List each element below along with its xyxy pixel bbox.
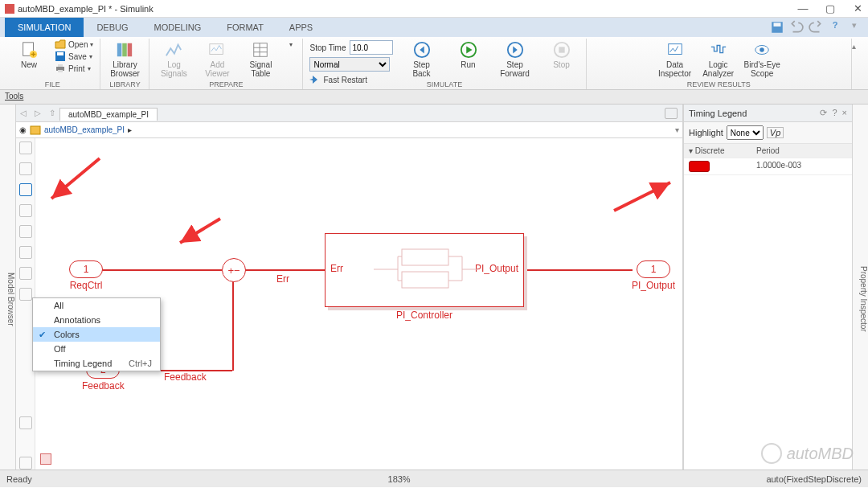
library-browser-button[interactable]: Library Browser <box>107 39 142 78</box>
prepare-expand[interactable]: ▾ <box>286 39 296 48</box>
titlebar: autoMBD_example_PI * - Simulink — ▢ ✕ <box>0 0 868 18</box>
menu-annotations[interactable]: Annotations <box>33 313 160 327</box>
svg-rect-30 <box>402 272 448 288</box>
sample-time-icon[interactable] <box>19 183 32 196</box>
svg-rect-25 <box>31 126 40 134</box>
simulate-group-label: SIMULATE <box>303 80 585 88</box>
breadcrumb-dropdown-icon[interactable]: ▾ <box>675 125 679 134</box>
help-icon[interactable]: ? <box>832 108 837 118</box>
log-signals-button[interactable]: Log Signals <box>156 39 191 78</box>
palette-icon-10[interactable] <box>19 457 32 470</box>
palette-icon-8[interactable] <box>19 288 32 301</box>
print-button[interactable]: Print▾ <box>55 63 93 74</box>
outport-pi-output[interactable]: 1 PI_Output <box>632 260 675 291</box>
fit-icon[interactable] <box>19 162 32 175</box>
menu-off[interactable]: Off <box>33 342 160 356</box>
timing-col-period: Period <box>756 146 780 155</box>
property-inspector-panel[interactable]: Property Inspector <box>852 105 868 470</box>
nav-up-icon[interactable]: ⇧ <box>45 106 59 121</box>
breadcrumb-root-icon[interactable]: ◉ <box>19 125 27 134</box>
inport-reqctrl[interactable]: 1 ReqCtrl <box>69 260 103 291</box>
logic-analyzer-button[interactable]: Logic Analyzer <box>701 39 736 78</box>
highlight-clear-button[interactable]: Vp <box>767 127 784 138</box>
svg-rect-22 <box>668 44 682 55</box>
tab-apps[interactable]: APPS <box>276 18 326 37</box>
help-icon[interactable]: ? <box>828 20 842 35</box>
svg-rect-11 <box>128 43 133 57</box>
status-zoom: 183% <box>388 474 411 484</box>
menu-colors[interactable]: ✔Colors <box>33 327 160 342</box>
timing-col-group: Discrete <box>695 146 725 155</box>
open-button[interactable]: Open▾ <box>55 39 93 50</box>
timing-legend-icon[interactable] <box>665 108 678 119</box>
pi-controller-block[interactable]: Err PI_Output PI_Controller <box>325 233 524 307</box>
undo-icon[interactable] <box>789 20 804 35</box>
tab-debug[interactable]: DEBUG <box>84 18 141 37</box>
sim-mode-select[interactable]: Normal <box>309 57 390 72</box>
highlight-select[interactable]: None <box>727 125 764 140</box>
new-label: New <box>21 61 37 70</box>
model-tab[interactable]: autoMBD_example_PI <box>59 108 158 121</box>
collapse-ribbon-icon[interactable]: ▴ <box>852 39 863 89</box>
sum-block[interactable]: +− <box>222 258 246 282</box>
tab-modeling[interactable]: MODELING <box>141 18 215 37</box>
svg-rect-29 <box>402 249 448 265</box>
birds-eye-button[interactable]: Bird's-Eye Scope <box>744 39 780 78</box>
nav-back-icon[interactable]: ◁ <box>16 106 31 121</box>
inport2-name: Feedback <box>82 380 125 392</box>
canvas-corner-icon[interactable] <box>40 453 51 465</box>
breadcrumb-path[interactable]: autoMBD_example_PI <box>44 125 125 134</box>
step-forward-button[interactable]: Step Forward <box>497 39 533 78</box>
palette-icon-6[interactable] <box>19 246 32 259</box>
palette-icon-9[interactable] <box>19 416 32 429</box>
status-solver: auto(FixedStepDiscrete) <box>766 474 862 484</box>
run-button[interactable]: Run <box>451 39 486 70</box>
timing-legend-panel: Timing Legend ⟳?× Highlight None Vp ▾ Di… <box>683 105 852 470</box>
svg-rect-8 <box>58 70 63 72</box>
prepare-group-label: PREPARE <box>149 80 302 88</box>
svg-rect-7 <box>58 64 63 67</box>
close-panel-icon[interactable]: × <box>842 108 847 118</box>
svg-rect-5 <box>57 52 63 55</box>
svg-rect-21 <box>559 47 564 52</box>
nav-forward-icon[interactable]: ▷ <box>31 106 45 121</box>
new-button[interactable]: New <box>11 39 47 70</box>
save-icon[interactable] <box>770 20 784 35</box>
add-viewer-button[interactable]: Add Viewer <box>199 39 235 78</box>
svg-rect-9 <box>117 43 122 57</box>
svg-line-26 <box>51 158 100 199</box>
timing-row-discrete[interactable]: 1.0000e-003 <box>684 158 852 175</box>
stop-button[interactable]: Stop <box>544 39 579 70</box>
file-group-label: FILE <box>5 80 100 88</box>
simulink-icon <box>5 4 14 14</box>
ribbon-tabs: SIMULATION DEBUG MODELING FORMAT APPS ? … <box>0 18 868 37</box>
timing-title: Timing Legend <box>689 109 747 118</box>
window-controls: — ▢ ✕ <box>797 3 863 14</box>
minimize-icon[interactable]: — <box>797 3 809 14</box>
zoom-in-icon[interactable] <box>19 141 32 154</box>
palette-icon-7[interactable] <box>19 267 32 280</box>
expand-icon[interactable]: ▾ <box>847 20 862 35</box>
maximize-icon[interactable]: ▢ <box>825 3 836 14</box>
subsystem-label: PI_Controller <box>326 310 523 321</box>
step-back-button[interactable]: Step Back <box>404 39 440 78</box>
menu-timing-legend[interactable]: Timing LegendCtrl+J <box>33 356 160 371</box>
close-icon[interactable]: ✕ <box>852 3 863 14</box>
tools-menu[interactable]: Tools <box>0 90 868 105</box>
refresh-icon[interactable]: ⟳ <box>820 108 827 118</box>
model-browser-panel[interactable]: Model Browser <box>0 105 16 470</box>
save-button[interactable]: Save▾ <box>55 51 93 62</box>
menu-all[interactable]: All <box>33 298 160 313</box>
signal-table-button[interactable]: Signal Table <box>243 39 278 78</box>
stop-time-input[interactable] <box>350 40 393 55</box>
palette-icon-4[interactable] <box>19 204 32 217</box>
redo-icon[interactable] <box>809 20 823 35</box>
tab-format[interactable]: FORMAT <box>214 18 276 37</box>
inport1-name: ReqCtrl <box>70 280 103 291</box>
watermark-logo-icon <box>761 443 782 464</box>
tab-simulation[interactable]: SIMULATION <box>5 18 84 37</box>
svg-line-28 <box>614 182 670 211</box>
palette-icon-5[interactable] <box>19 225 32 238</box>
data-inspector-button[interactable]: Data Inspector <box>657 39 693 78</box>
watermark: autoMBD <box>761 443 854 464</box>
